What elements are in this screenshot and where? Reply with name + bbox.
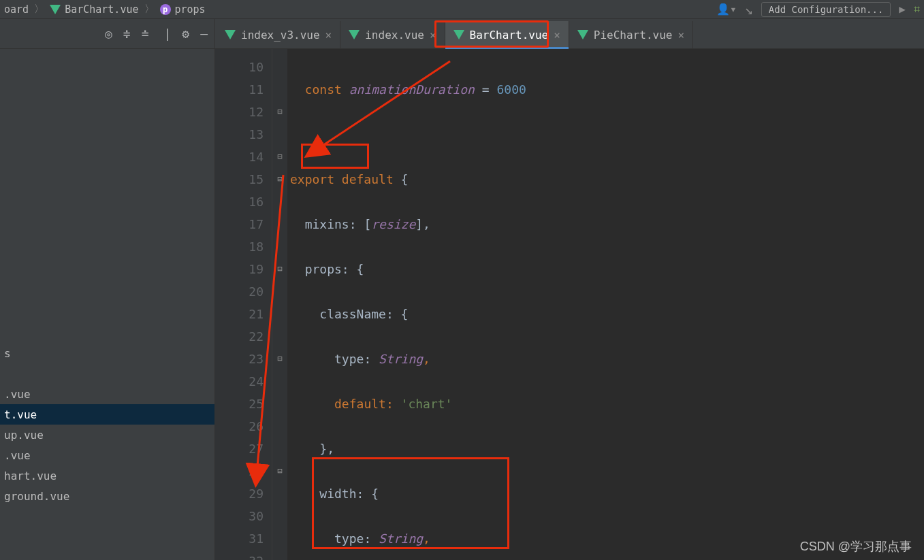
fold-toggle[interactable] [272,213,287,235]
add-configuration-button[interactable]: Add Configuration... [761,2,891,17]
annotation-box [301,144,369,169]
fold-toggle[interactable]: ⊟ [272,101,287,123]
fold-toggle[interactable] [272,78,287,101]
breadcrumb-item[interactable]: p props [160,3,206,16]
vue-icon [225,30,236,39]
fold-toggle[interactable] [272,505,287,527]
code-area: 1011121314151617181920212223242526272829… [215,49,924,560]
editor: index_v3.vue×index.vue×BarChart.vue×PieC… [215,19,924,560]
line-number[interactable]: 12 [215,101,264,123]
chevron-right-icon: 〉 [34,3,44,16]
line-number[interactable]: 25 [215,393,264,415]
editor-tab[interactable]: BarChart.vue× [445,21,569,48]
user-icon[interactable]: 👤▾ [716,3,737,16]
line-number[interactable]: 13 [215,123,264,146]
file-tree[interactable]: s.vuet.vueup.vue.vuehart.vueground.vue [0,49,214,560]
editor-tab[interactable]: index.vue× [340,21,445,48]
breadcrumb[interactable]: oard 〉 BarChart.vue 〉 p props [4,3,716,16]
chevron-right-icon: 〉 [144,3,155,16]
vue-icon [349,30,360,39]
tree-item[interactable] [0,323,214,343]
fold-toggle[interactable] [272,235,287,258]
line-number[interactable]: 27 [215,438,264,460]
fold-toggle[interactable] [272,393,287,415]
vue-icon [577,30,588,39]
fold-toggle[interactable] [272,550,287,560]
fold-toggle[interactable]: ⊟ [272,168,287,191]
line-number[interactable]: 10 [215,56,264,78]
tree-item[interactable]: hart.vue [0,465,214,486]
fold-toggle[interactable] [272,438,287,460]
expand-icon[interactable]: ≑ [123,27,131,41]
close-icon[interactable]: × [430,29,436,42]
fold-toggle[interactable] [272,191,287,213]
line-number[interactable]: 11 [215,78,264,101]
line-number[interactable]: 14 [215,146,264,168]
line-number[interactable]: 19 [215,258,264,280]
line-number[interactable]: 18 [215,235,264,258]
fold-toggle[interactable]: ⊟ [272,258,287,280]
line-number[interactable]: 28 [215,460,264,482]
tree-item[interactable] [0,363,214,384]
line-number[interactable]: 21 [215,303,264,325]
fold-toggle[interactable] [272,280,287,303]
line-number[interactable]: 17 [215,213,264,235]
fold-toggle[interactable] [272,482,287,505]
line-number[interactable]: 22 [215,325,264,348]
tree-item[interactable]: .vue [0,384,214,404]
property-icon: p [160,4,171,15]
watermark: CSDN @学习那点事 [800,538,912,555]
fold-toggle[interactable] [272,123,287,146]
line-number[interactable]: 23 [215,348,264,370]
editor-tabs: index_v3.vue×index.vue×BarChart.vue×PieC… [215,19,924,49]
fold-toggle[interactable] [272,303,287,325]
tree-item[interactable]: ground.vue [0,486,214,506]
debug-icon[interactable]: ⌗ [914,3,920,16]
close-icon[interactable]: × [678,29,684,42]
line-number[interactable]: 20 [215,280,264,303]
vue-icon [50,5,61,14]
fold-toggle[interactable]: ⊟ [272,146,287,168]
fold-toggle[interactable] [272,370,287,393]
fold-toggle[interactable] [272,56,287,78]
fold-toggle[interactable] [272,325,287,348]
line-gutter[interactable]: 1011121314151617181920212223242526272829… [215,49,272,560]
collapse-icon[interactable]: ≐ [142,27,149,41]
breadcrumb-item[interactable]: oard [4,3,29,16]
line-number[interactable]: 30 [215,505,264,527]
fold-toggle[interactable]: ⊟ [272,348,287,370]
fold-toggle[interactable] [272,527,287,550]
fold-toggle[interactable] [272,415,287,438]
close-icon[interactable]: × [325,29,332,42]
code-content[interactable]: const animationDuration = 6000 export de… [287,49,924,560]
line-number[interactable]: 29 [215,482,264,505]
main: ◎ ≑ ≐ | ⚙ — s.vuet.vueup.vue.vuehart.vue… [0,19,924,560]
tree-item[interactable]: s [0,343,214,363]
target-icon[interactable]: ◎ [105,27,112,41]
tree-item[interactable]: t.vue [0,404,214,425]
hide-icon[interactable]: — [200,27,208,41]
line-number[interactable]: 32 [215,550,264,560]
vue-icon [453,30,464,39]
tree-item[interactable]: .vue [0,445,214,465]
tree-item[interactable]: up.vue [0,425,214,445]
line-number[interactable]: 15 [215,168,264,191]
line-number[interactable]: 24 [215,370,264,393]
fold-toggle[interactable]: ⊟ [272,460,287,482]
toolbar-right: 👤▾ ↘ Add Configuration... ▶ ⌗ [716,1,920,18]
sidebar-toolbar: ◎ ≑ ≐ | ⚙ — [0,19,214,49]
gear-icon[interactable]: ⚙ [182,27,189,41]
breadcrumb-item[interactable]: BarChart.vue [50,3,138,16]
fold-column[interactable]: ⊟⊟⊟⊟⊟⊟ [272,49,287,560]
project-sidebar: ◎ ≑ ≐ | ⚙ — s.vuet.vueup.vue.vuehart.vue… [0,19,215,560]
editor-tab[interactable]: index_v3.vue× [217,21,340,48]
editor-tab[interactable]: PieChart.vue× [569,21,693,48]
line-number[interactable]: 26 [215,415,264,438]
line-number[interactable]: 31 [215,527,264,550]
line-number[interactable]: 16 [215,191,264,213]
run-icon[interactable]: ▶ [899,3,906,16]
close-icon[interactable]: × [554,29,560,42]
top-toolbar: oard 〉 BarChart.vue 〉 p props 👤▾ ↘ Add C… [0,0,924,19]
hammer-icon[interactable]: ↘ [745,1,753,18]
